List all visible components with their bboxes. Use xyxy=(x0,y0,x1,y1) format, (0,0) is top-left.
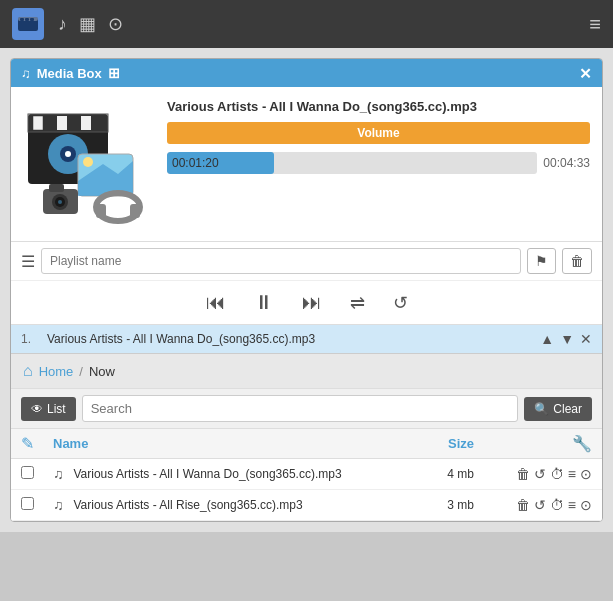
file-checkbox-col xyxy=(21,497,45,513)
grid-icon[interactable]: ▦ xyxy=(79,13,96,35)
file-checkbox-col xyxy=(21,466,45,482)
file-actions: 🗑 ↺ ⏱ ≡ ⊙ xyxy=(482,466,592,482)
track-actions: ▲ ▼ ✕ xyxy=(540,331,592,347)
repeat-button[interactable]: ↺ xyxy=(389,290,412,316)
search-icon: 🔍 xyxy=(534,402,549,416)
header-size-col: Size xyxy=(414,436,474,451)
svg-point-29 xyxy=(58,200,62,204)
file-info-icon[interactable]: ⊙ xyxy=(580,466,592,482)
playlist-menu-icon[interactable]: ☰ xyxy=(21,252,35,271)
list-button-label: List xyxy=(47,402,66,416)
header-left: ♫ Media Box ⊞ xyxy=(21,65,120,81)
file-info-icon[interactable]: ⊙ xyxy=(580,497,592,513)
playlist-name-input[interactable] xyxy=(41,248,521,274)
track-name: Various Artists - All I Wanna Do_(song36… xyxy=(47,332,530,346)
file-list-icon[interactable]: ≡ xyxy=(568,497,576,513)
player-area: Various Artists - All I Wanna Do_(song36… xyxy=(11,87,602,241)
file-list-header: ✎ Name Size 🔧 xyxy=(11,428,602,459)
close-button[interactable]: ✕ xyxy=(579,66,592,81)
progress-row: 00:01:20 00:04:33 xyxy=(167,152,590,174)
file-schedule-icon[interactable]: ⏱ xyxy=(550,466,564,482)
hamburger-menu-icon[interactable]: ≡ xyxy=(589,13,601,36)
prev-button[interactable]: ⏮ xyxy=(202,289,230,316)
file-row: ♫ Various Artists - All I Wanna Do_(song… xyxy=(11,459,602,490)
time-current: 00:01:20 xyxy=(172,156,219,170)
progress-bar-container[interactable]: 00:01:20 xyxy=(167,152,537,174)
svg-rect-12 xyxy=(69,116,79,130)
media-box-header: ♫ Media Box ⊞ ✕ xyxy=(11,59,602,87)
file-list-icon[interactable]: ≡ xyxy=(568,466,576,482)
media-box: ♫ Media Box ⊞ ✕ xyxy=(10,58,603,522)
svg-rect-23 xyxy=(96,204,106,218)
header-icons: ✕ xyxy=(579,66,592,81)
file-edit-icon[interactable]: ↺ xyxy=(534,497,546,513)
save-icon[interactable]: ⊞ xyxy=(108,65,120,81)
file-delete-icon[interactable]: 🗑 xyxy=(516,466,530,482)
home-icon[interactable]: ⌂ xyxy=(23,362,33,380)
edit-icon[interactable]: ✎ xyxy=(21,435,34,452)
svg-rect-24 xyxy=(130,204,140,218)
shuffle-button[interactable]: ⇌ xyxy=(346,290,369,316)
svg-rect-11 xyxy=(57,116,67,130)
file-schedule-icon[interactable]: ⏱ xyxy=(550,497,564,513)
track-list: 1. Various Artists - All I Wanna Do_(son… xyxy=(11,324,602,353)
svg-point-21 xyxy=(83,157,93,167)
main-container: ♫ Media Box ⊞ ✕ xyxy=(0,48,613,532)
header-name-col[interactable]: Name xyxy=(53,436,406,451)
track-item: 1. Various Artists - All I Wanna Do_(son… xyxy=(11,325,602,353)
svg-rect-4 xyxy=(30,18,34,21)
player-info: Various Artists - All I Wanna Do_(song36… xyxy=(167,99,590,174)
media-box-title: Media Box xyxy=(37,66,102,81)
svg-rect-2 xyxy=(20,18,24,21)
file-music-icon: ♫ xyxy=(53,497,64,513)
playlist-save-button[interactable]: ⚑ xyxy=(527,248,556,274)
header-check-col: ✎ xyxy=(21,434,45,453)
track-remove-icon[interactable]: ✕ xyxy=(580,331,592,347)
svg-rect-3 xyxy=(25,18,29,21)
file-edit-icon[interactable]: ↺ xyxy=(534,466,546,482)
next-button[interactable]: ⏭ xyxy=(298,289,326,316)
breadcrumb-current: Now xyxy=(89,364,115,379)
svg-rect-26 xyxy=(49,184,64,192)
top-toolbar: ♪ ▦ ⊙ ≡ xyxy=(0,0,613,48)
track-up-icon[interactable]: ▲ xyxy=(540,331,554,347)
file-size: 4 mb xyxy=(414,467,474,481)
svg-rect-8 xyxy=(33,116,43,130)
file-name: Various Artists - All I Wanna Do_(song36… xyxy=(74,467,407,481)
file-size: 3 mb xyxy=(414,498,474,512)
svg-rect-14 xyxy=(93,116,106,130)
breadcrumb-home[interactable]: Home xyxy=(39,364,74,379)
search-bar: 👁 List 🔍 Clear xyxy=(11,388,602,428)
music-note-icon[interactable]: ♪ xyxy=(58,14,67,35)
wrench-icon[interactable]: 🔧 xyxy=(572,434,592,453)
track-down-icon[interactable]: ▼ xyxy=(560,331,574,347)
file-checkbox[interactable] xyxy=(21,466,34,479)
search-input[interactable] xyxy=(82,395,519,422)
toolbar-icons: ♪ ▦ ⊙ xyxy=(58,13,575,35)
svg-point-17 xyxy=(65,151,71,157)
header-actions-col: 🔧 xyxy=(482,434,592,453)
track-number: 1. xyxy=(21,332,37,346)
list-button[interactable]: 👁 List xyxy=(21,397,76,421)
album-art xyxy=(23,99,153,229)
nav-breadcrumb: ⌂ Home / Now xyxy=(11,353,602,388)
file-music-icon: ♫ xyxy=(53,466,64,482)
time-total: 00:04:33 xyxy=(543,156,590,170)
file-row: ♫ Various Artists - All Rise_(song365.cc… xyxy=(11,490,602,521)
file-rows: ♫ Various Artists - All I Wanna Do_(song… xyxy=(11,459,602,521)
svg-rect-13 xyxy=(81,116,91,130)
app-icon xyxy=(12,8,44,40)
pause-button[interactable]: ⏸ xyxy=(250,289,278,316)
settings-icon[interactable]: ⊙ xyxy=(108,13,123,35)
playlist-delete-button[interactable]: 🗑 xyxy=(562,248,592,274)
volume-bar[interactable]: Volume xyxy=(167,122,590,144)
svg-rect-10 xyxy=(45,116,55,130)
music-note-icon: ♫ xyxy=(21,66,31,81)
file-checkbox[interactable] xyxy=(21,497,34,510)
file-name: Various Artists - All Rise_(song365.cc).… xyxy=(74,498,407,512)
eye-icon: 👁 xyxy=(31,402,43,416)
file-delete-icon[interactable]: 🗑 xyxy=(516,497,530,513)
playlist-controls: ☰ ⚑ 🗑 xyxy=(11,241,602,280)
playback-controls: ⏮ ⏸ ⏭ ⇌ ↺ xyxy=(11,280,602,324)
clear-button[interactable]: 🔍 Clear xyxy=(524,397,592,421)
